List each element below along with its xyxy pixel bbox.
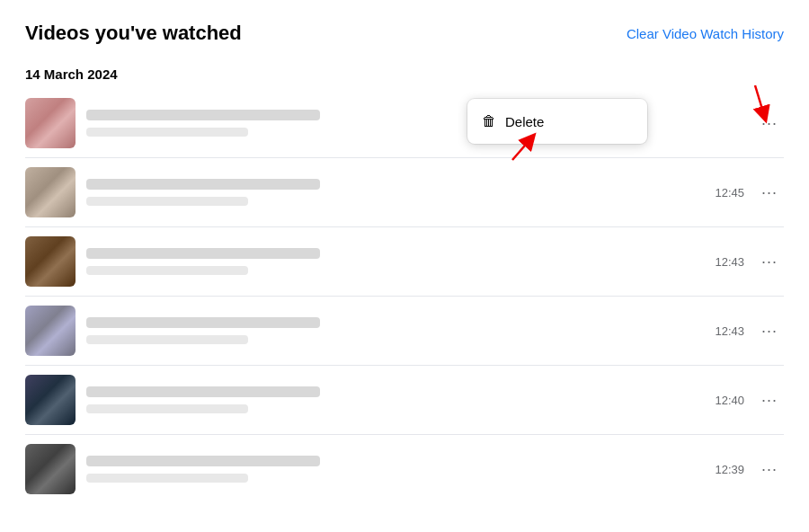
more-options-button[interactable]: ··· [755,178,784,207]
video-time: 12:43 [715,324,744,338]
video-item: 12:45 ··· [25,158,784,227]
video-meta-blur [86,128,248,137]
video-list: ··· 12:45 ··· 12:43 ··· [25,89,784,503]
video-item: 12:43 ··· [25,227,784,297]
video-title-blur [86,110,320,120]
page-title: Videos you've watched [25,22,242,45]
video-thumbnail [25,375,76,425]
delete-label: Delete [505,114,544,129]
video-meta-blur [86,404,248,413]
video-item: 12:40 ··· [25,366,784,435]
delete-popup: 🗑 Delete [467,99,647,144]
video-thumbnail [25,306,76,356]
video-info [86,248,700,275]
date-label: 14 March 2024 [25,66,784,82]
video-meta-blur [86,335,248,344]
video-time: 12:43 [715,255,744,269]
video-info [86,179,700,206]
video-title-blur [86,179,320,190]
more-options-button[interactable]: ··· [755,386,784,414]
video-time: 12:39 [715,463,744,476]
video-title-blur [86,456,320,466]
video-title-blur [86,317,320,328]
trash-icon: 🗑 [482,113,496,129]
video-time: 12:45 [715,186,744,200]
video-item: ··· [25,89,784,158]
video-right: 12:43 ··· [715,247,784,276]
video-title-blur [86,248,320,259]
more-options-button[interactable]: ··· [755,109,784,137]
main-container: Videos you've watched Clear Video Watch … [0,0,809,525]
video-item: 12:39 ··· [25,435,784,503]
video-title-blur [86,386,320,397]
video-thumbnail [25,444,76,494]
video-thumbnail [25,167,76,217]
video-meta-blur [86,474,248,483]
delete-option[interactable]: 🗑 Delete [467,104,647,138]
video-right: 12:40 ··· [715,386,784,414]
video-meta-blur [86,197,248,206]
video-right: 12:45 ··· [715,178,784,207]
more-options-button[interactable]: ··· [755,455,784,483]
video-meta-blur [86,266,248,275]
more-options-button[interactable]: ··· [755,316,784,345]
video-item: 12:43 ··· [25,297,784,366]
header: Videos you've watched Clear Video Watch … [25,22,784,45]
video-thumbnail [25,236,76,287]
video-info [86,386,700,413]
video-right: 12:43 ··· [715,316,784,345]
video-right: ··· [716,109,784,137]
clear-history-link[interactable]: Clear Video Watch History [627,26,784,41]
video-thumbnail [25,98,76,148]
video-time: 12:40 [715,394,744,407]
video-info [86,456,700,483]
more-options-button[interactable]: ··· [755,247,784,276]
video-info [86,317,700,344]
video-right: 12:39 ··· [715,455,784,483]
